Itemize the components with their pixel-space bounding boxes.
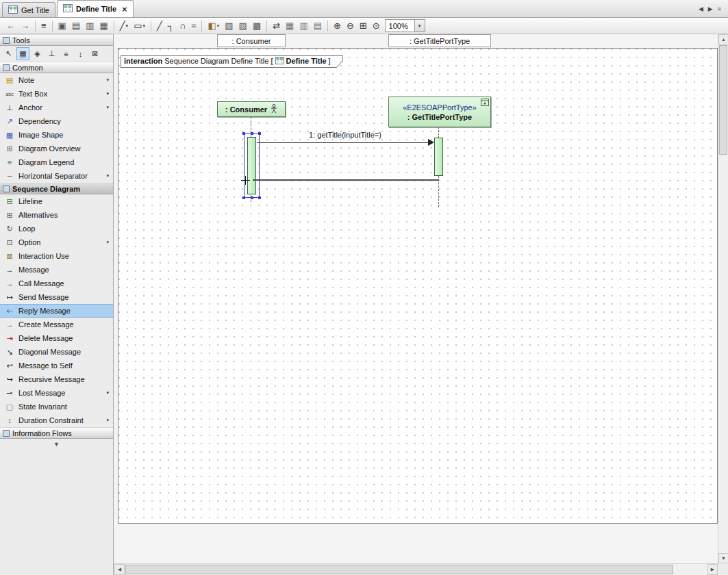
palette-item-loop[interactable]: ↻Loop	[0, 222, 113, 235]
tab-list-icon[interactable]: ≡	[718, 5, 721, 12]
consumer-header-label[interactable]: : Consumer	[217, 34, 286, 47]
palette-section-common[interactable]: Common	[0, 62, 113, 73]
fit-to-window-tool[interactable]: ⊠	[88, 47, 101, 60]
palette-scroll-down-icon[interactable]: ▼	[0, 439, 113, 450]
pan-tool[interactable]: ◈	[31, 47, 44, 60]
palette-item-diagram-overview[interactable]: ⊞Diagram Overview	[0, 142, 113, 155]
line-style-curved-button[interactable]: ∩	[177, 19, 188, 33]
reply-message-line[interactable]	[253, 179, 439, 181]
palette-item-message[interactable]: →Message	[0, 263, 113, 277]
palette-item-option[interactable]: ⊡Option▾	[0, 235, 113, 249]
palette-item-call-message[interactable]: →Call Message	[0, 277, 113, 290]
palette-item-lost-message[interactable]: ⊸Lost Message▾	[0, 386, 113, 400]
palette-item-send-message[interactable]: ↦Send Message	[0, 290, 113, 304]
paste-special-button[interactable]: ▦	[97, 19, 110, 33]
line-style-straight-button[interactable]: ╱	[154, 19, 165, 33]
format-painter-button[interactable]: ◧▾	[205, 19, 222, 33]
resize-handle[interactable]	[258, 196, 261, 199]
copy-button[interactable]: ▣	[55, 19, 69, 33]
refresh-button[interactable]: ⇄	[270, 19, 283, 33]
palette-item-anchor[interactable]: ⊥Anchor▾	[0, 101, 113, 114]
zoom-fit-button[interactable]: ⊙	[370, 19, 383, 33]
zoom-out-button[interactable]: ⊖	[344, 19, 357, 33]
line-style-rectilinear-button[interactable]: ┐	[165, 19, 177, 33]
line-style-zigzag-button[interactable]: ≈	[188, 19, 199, 33]
palette-item-horizontal-separator[interactable]: ┄Horizontal Separator▾	[0, 169, 113, 183]
palette-section-sequence-diagram[interactable]: Sequence Diagram	[0, 183, 113, 194]
scroll-left-icon[interactable]: ◀	[114, 564, 125, 575]
palette-item-reply-message[interactable]: ⇠Reply Message	[0, 304, 113, 318]
palette-item-message-to-self[interactable]: ↩Message to Self	[0, 359, 113, 372]
diagram-viewport[interactable]: : Consumer : GetTitlePortType interactio…	[114, 34, 728, 575]
porttype-header-label[interactable]: : GetTitlePortType	[388, 34, 491, 47]
palette-section-tools[interactable]: Tools	[0, 34, 113, 46]
vertical-scrollbar[interactable]: ▲ ▼	[718, 34, 728, 563]
palette-section-information-flows[interactable]: Information Flows	[0, 427, 113, 439]
horizontal-scrollbar[interactable]: ◀ ▶	[114, 563, 718, 575]
vertical-scroll-thumb[interactable]	[719, 45, 727, 155]
zoom-value[interactable]: 100%	[386, 22, 414, 30]
diagram-frame-label[interactable]: interaction Sequence Diagram Define Titl…	[121, 55, 343, 68]
palette-item-diagonal-message[interactable]: ↘Diagonal Message	[0, 345, 113, 359]
zoom-window-button[interactable]: ⊞	[357, 19, 370, 33]
horizontal-scroll-thumb[interactable]	[125, 565, 673, 574]
draw-shape-button[interactable]: ▭▾	[131, 19, 148, 33]
palette-item-text-box[interactable]: abcText Box▾	[0, 87, 113, 101]
diagram-canvas[interactable]: interaction Sequence Diagram Define Titl…	[118, 48, 718, 524]
palette-item-interaction-use[interactable]: ⊠Interaction Use	[0, 249, 113, 263]
palette-item-dependency[interactable]: ↗Dependency	[0, 114, 113, 128]
zoom-in-button[interactable]: ⊕	[331, 19, 344, 33]
palette-item-create-message[interactable]: →Create Message	[0, 318, 113, 331]
resize-handle[interactable]	[251, 132, 253, 135]
palette-item-diagram-legend[interactable]: ≡Diagram Legend	[0, 155, 113, 169]
sticky-mode-tool[interactable]: ▦	[16, 47, 29, 60]
resize-handle[interactable]	[258, 132, 261, 135]
align-tool[interactable]: ⊥	[45, 47, 58, 60]
scroll-up-icon[interactable]: ▲	[718, 34, 728, 44]
palette-item-label: Interaction Use	[18, 252, 112, 260]
call-message-line[interactable]	[257, 142, 429, 143]
resize-handle[interactable]	[251, 196, 253, 199]
porttype-activation-bar[interactable]	[434, 138, 443, 176]
zoom-combobox[interactable]: 100% ▾	[385, 19, 425, 32]
lifeline-head-consumer[interactable]: : Consumer	[217, 101, 286, 117]
zoom-dropdown-arrow-icon[interactable]: ▾	[414, 20, 425, 31]
consumer-activation-bar[interactable]	[247, 137, 256, 194]
tab-define-title[interactable]: Define Title ×	[57, 0, 134, 17]
grid-button[interactable]: ▦	[283, 19, 297, 33]
porttype-icon	[481, 99, 489, 106]
scroll-down-icon[interactable]: ▼	[718, 553, 728, 563]
palette-item-duration-constraint[interactable]: ↕Duration Constraint▾	[0, 413, 113, 427]
copy-format-button[interactable]: ▨	[222, 19, 236, 33]
close-tab-icon[interactable]: ×	[122, 5, 127, 14]
palette-item-state-invariant[interactable]: ▢State Invariant	[0, 400, 113, 413]
palette-item-delete-message[interactable]: ⇥Delete Message	[0, 331, 113, 345]
scroll-right-icon[interactable]: ▶	[707, 564, 718, 575]
related-elements-button[interactable]: ≡	[38, 19, 49, 33]
layout-tool[interactable]: ≡	[60, 47, 73, 60]
spacing-tool[interactable]: ↕	[74, 47, 87, 60]
print-preview-button[interactable]: ▤	[311, 19, 325, 33]
paste-format-button[interactable]: ▧	[236, 19, 250, 33]
copy-image-button[interactable]: ▥	[83, 19, 97, 33]
palette-item-recursive-message[interactable]: ↪Recursive Message	[0, 372, 113, 386]
resize-handle[interactable]	[242, 132, 245, 135]
lifeline-head-porttype[interactable]: «E2ESOAPPortType» : GetTitlePortType	[388, 97, 491, 127]
palette-item-note[interactable]: ▤Note▾	[0, 73, 113, 87]
resize-handle[interactable]	[242, 196, 245, 199]
paste-button[interactable]: ▤	[69, 19, 83, 33]
tab-get-title[interactable]: Get Title	[2, 2, 55, 17]
draw-path-button[interactable]: ╱▾	[117, 19, 131, 33]
scroll-tabs-right-icon[interactable]: ▶	[708, 5, 713, 12]
palette-item-alternatives[interactable]: ⊞Alternatives	[0, 208, 113, 222]
palette-item-lifeline[interactable]: ⊟Lifeline	[0, 194, 113, 208]
pointer-tool[interactable]: ↖	[2, 47, 15, 60]
palette-item-image-shape[interactable]: ▦Image Shape	[0, 128, 113, 142]
scroll-tabs-left-icon[interactable]: ◀	[699, 5, 703, 12]
back-button[interactable]: ←	[3, 19, 18, 33]
porttype-lifeline[interactable]	[438, 127, 439, 138]
forward-button[interactable]: →	[18, 19, 32, 33]
call-message-label[interactable]: 1: getTitle(inputTitle=)	[277, 131, 414, 139]
reset-format-button[interactable]: ▩	[250, 19, 264, 33]
page-breaks-button[interactable]: ▥	[297, 19, 310, 33]
